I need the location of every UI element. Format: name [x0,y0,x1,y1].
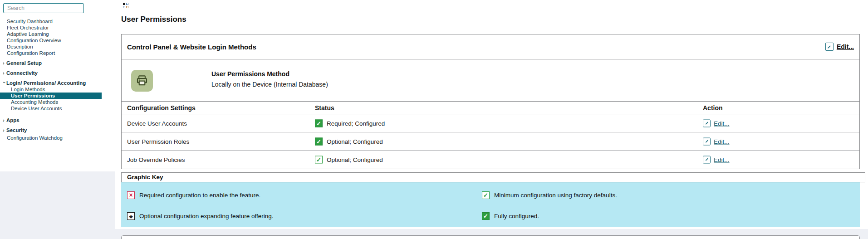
key-item-label: Minimum configuration using factory defa… [494,192,617,199]
edit-pencil-icon [703,137,711,145]
panel-edit-link[interactable]: Edit... [825,43,854,51]
green-check-outline-icon: ✓ [482,191,490,199]
sidebar-item-label: General Setup [6,60,42,66]
row-edit-label: Edit... [714,138,730,145]
edit-pencil-icon [825,43,834,51]
chevron-right-icon: › [3,70,6,76]
permissions-method-row: User Permissions Method Locally on the D… [122,59,859,101]
sidebar-item-label: Connectivity [6,70,38,76]
sidebar-item-label: Apps [6,117,20,123]
row-edit-label: Edit... [714,156,730,163]
sidebar-item-user-permissions[interactable]: User Permissions [0,93,102,99]
sidebar-item-configuration-report[interactable]: Configuration Report [0,50,115,56]
configuration-table: Configuration Settings Status Action Dev… [122,101,859,168]
method-title: User Permissions Method [211,70,328,78]
table-row: User Permission Roles ✓ Optional; Config… [122,132,859,151]
table-row: Device User Accounts ✓ Required; Configu… [122,114,859,132]
edit-pencil-icon [703,119,711,127]
key-item-label: Required configuration to enable the fea… [139,192,260,199]
red-x-icon: × [127,191,135,199]
green-check-filled-icon: ✓ [482,212,490,220]
panel-edit-label: Edit... [837,43,854,50]
sidebar-nav: Security Dashboard Fleet Orchestrator Ad… [0,18,115,141]
page-title: User Permissions [121,15,186,24]
green-check-filled-icon: ✓ [315,137,323,145]
sidebar-item-login-methods[interactable]: Login Methods [0,86,115,93]
key-item-minimum: ✓ Minimum configuration using factory de… [482,191,860,199]
sidebar-item-security[interactable]: ›Security [0,127,115,133]
login-methods-panel: Control Panel & Website Login Methods Ed… [121,34,860,169]
permissions-method-text: User Permissions Method Locally on the D… [211,70,328,88]
row-edit-link[interactable]: Edit... [703,137,730,145]
setting-label: User Permission Roles [127,138,189,145]
key-item-fully-configured: ✓ Fully configured. [482,212,860,220]
key-item-label: Optional configuration expanding feature… [139,213,273,219]
sidebar-item-label: Login/ Permissions/ Accounting [6,80,86,86]
status-text: Optional; Configured [327,138,383,145]
sidebar-item-accounting-methods[interactable]: Accounting Methods [0,99,115,105]
main-content: User Permissions Control Panel & Website… [115,0,868,229]
sidebar-item-adaptive-learning[interactable]: Adaptive Learning [0,31,115,37]
sidebar-item-connectivity[interactable]: ›Connectivity [0,70,115,76]
key-item-optional: * Optional configuration expanding featu… [127,212,482,220]
sidebar-item-fleet-orchestrator[interactable]: Fleet Orchestrator [0,24,115,31]
row-edit-label: Edit... [714,120,730,127]
panel-title: Control Panel & Website Login Methods [127,43,256,51]
method-value: Locally on the Device (Internal Database… [211,81,328,88]
col-configuration-settings: Configuration Settings [127,104,196,112]
sidebar-item-device-user-accounts[interactable]: Device User Accounts [0,105,115,112]
sidebar-item-login-permissions-accounting[interactable]: ›Login/ Permissions/ Accounting [0,80,115,86]
key-item-label: Fully configured. [494,213,539,219]
sidebar: Security Dashboard Fleet Orchestrator Ad… [0,0,115,171]
app-grid-icon[interactable] [123,3,128,8]
graphic-key-area: × Required configuration to enable the f… [121,182,860,227]
status-text: Required; Configured [327,120,385,127]
green-check-outline-icon: ✓ [315,156,323,163]
panel-header: Control Panel & Website Login Methods Ed… [122,34,859,59]
setting-label: Device User Accounts [127,120,187,127]
chevron-right-icon: › [3,117,6,123]
setting-label: Job Override Policies [127,156,185,163]
asterisk-icon: * [127,212,135,220]
status-text: Optional; Configured [327,156,383,163]
col-action: Action [703,104,723,112]
edit-pencil-icon [703,156,711,163]
sidebar-item-label: Security [6,127,27,133]
chevron-down-icon: › [1,82,8,85]
chevron-right-icon: › [3,60,6,66]
sidebar-item-security-dashboard[interactable]: Security Dashboard [0,18,115,24]
sidebar-item-description[interactable]: Description [0,44,115,50]
row-edit-link[interactable]: Edit... [703,119,730,127]
graphic-key-header: Graphic Key [121,172,865,182]
sidebar-item-apps[interactable]: ›Apps [0,117,115,123]
next-section-panel [121,235,860,239]
col-status: Status [315,104,334,112]
search-input[interactable] [3,3,84,13]
chevron-right-icon: › [3,127,6,133]
sidebar-item-configuration-overview[interactable]: Configuration Overview [0,37,115,44]
key-item-required: × Required configuration to enable the f… [127,191,482,199]
sidebar-item-configuration-watchdog[interactable]: Configuration Watchdog [0,135,115,141]
row-edit-link[interactable]: Edit... [703,156,730,163]
table-row: Job Override Policies ✓ Optional; Config… [122,151,859,168]
printer-icon [131,70,153,92]
sidebar-item-general-setup[interactable]: ›General Setup [0,60,115,66]
green-check-filled-icon: ✓ [315,119,323,127]
table-header-row: Configuration Settings Status Action [122,102,859,114]
